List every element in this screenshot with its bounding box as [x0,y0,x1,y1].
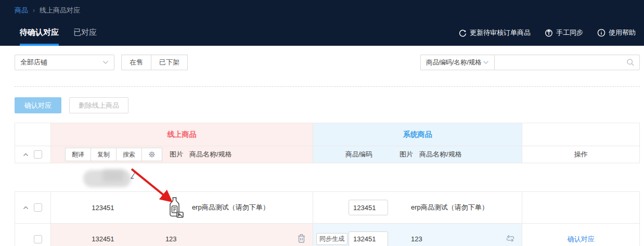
topbar-actions: 更新待审核订单商品 手工同步 使用帮助 [459,28,644,46]
table-body: 123451 erp商品测试（请勿下单） [15,191,640,246]
delete-online-product-button[interactable]: 删除线上商品 [69,97,128,113]
topbar: 商品 › 线上商品对应 待确认对应 已对应 更新待审核订单商品 [0,0,644,46]
column-image-label: 图片 [170,150,183,159]
table-row: 132451 123 [15,223,639,246]
search-filter-group: 商品编码/名称/规格 [420,55,640,70]
confirm-match-button[interactable]: 确认对应 [15,97,61,113]
table-row: 123451 erp商品测试（请勿下单） [15,192,639,223]
copy-button[interactable]: 复制 [91,148,117,161]
refresh-icon [459,29,467,37]
system-group-title: 系统商品 [313,130,522,139]
op-column-header: 操作 [522,146,639,163]
collapse-caret-icon[interactable] [23,206,29,210]
online-product-cell: 132451 123 [51,224,313,246]
gear-button[interactable] [141,148,162,161]
search-button[interactable]: 搜索 [116,148,142,161]
operation-cell [522,192,639,223]
online-product-name: erp商品测试（请勿下单） [192,203,269,212]
row-checkbox[interactable] [34,203,42,212]
tab-matched[interactable]: 已对应 [73,28,97,46]
tab-bar: 待确认对应 已对应 更新待审核订单商品 手工同步 [15,16,644,46]
breadcrumb: 商品 › 线上商品对应 [15,5,644,16]
sync-generated-tag[interactable]: 同步生成 [316,233,347,245]
shop-select[interactable]: 全部店铺 [15,55,114,70]
select-all-cell [15,146,51,163]
select-all-checkbox[interactable] [34,150,42,159]
swap-match-button[interactable] [505,234,516,244]
collapse-caret-icon[interactable] [23,153,29,157]
column-name-label: 商品名称/规格 [189,150,232,159]
manual-sync-button[interactable]: 手工同步 [545,28,583,37]
bottle-image-placeholder[interactable] [165,197,184,218]
system-columns-header: 商品编码 图片 商品名称/规格 [313,146,522,163]
bulk-action-row: 确认对应 删除线上商品 [15,97,644,113]
action-label: 更新待审核订单商品 [470,28,531,37]
column-code-label: 商品编码 [339,150,379,159]
action-label: 手工同步 [556,28,583,37]
dashed-divider [15,86,640,87]
search-box [494,55,640,70]
shop-group-row [15,163,640,191]
table-header: 线上商品 系统商品 翻译 复制 [15,123,640,163]
online-product-code: 132451 [51,235,155,243]
page: 商品 › 线上商品对应 待确认对应 已对应 更新待审核订单商品 [0,0,644,246]
column-name-label: 商品名称/规格 [419,150,462,159]
system-product-cell: erp商品测试（请勿下单） [313,192,522,223]
action-label: 使用帮助 [609,28,636,37]
column-op-label: 操作 [522,150,639,159]
breadcrumb-current: 线上商品对应 [40,6,80,15]
operation-cell: 确认对应 [522,224,639,246]
help-button[interactable]: 使用帮助 [597,28,636,37]
status-button-group: 在售 已下架 [121,55,188,70]
filter-row: 全部店铺 在售 已下架 商品编码/名称/规格 [15,55,640,70]
redacted-shop-name [103,170,124,182]
gear-icon [148,151,156,158]
online-product-name: 123 [165,235,177,243]
search-field-select-value: 商品编码/名称/规格 [426,58,482,67]
header-spacer-cell [15,123,51,146]
upload-sync-icon [545,29,553,37]
breadcrumb-separator-icon: › [33,7,35,14]
tab-pending-match[interactable]: 待确认对应 [20,28,59,46]
chevron-down-icon [483,60,489,64]
off-shelf-button[interactable]: 已下架 [151,55,188,70]
search-input[interactable] [494,55,640,70]
shop-select-value: 全部店铺 [20,58,47,67]
chevron-down-icon [102,60,109,64]
row-select-cell [15,224,51,246]
online-columns-header: 翻译 复制 搜索 图片 商品名称/规格 [51,146,313,163]
online-product-code: 123451 [51,204,155,212]
swap-arrows-icon [505,234,516,242]
online-toolbar: 翻译 复制 搜索 [65,148,162,161]
search-icon[interactable] [626,58,635,67]
online-product-group-header: 线上商品 [51,123,313,146]
row-select-cell [15,192,51,223]
breadcrumb-link-products[interactable]: 商品 [15,6,28,15]
system-code-input[interactable] [349,200,388,215]
search-field-select[interactable]: 商品编码/名称/规格 [420,55,494,70]
online-group-title: 线上商品 [51,130,313,139]
column-image-label: 图片 [400,150,413,159]
system-product-group-header: 系统商品 [313,123,522,146]
on-sale-button[interactable]: 在售 [121,55,151,70]
translate-button[interactable]: 翻译 [65,148,91,161]
system-product-name: 123 [411,235,422,243]
delete-row-button[interactable] [297,234,306,244]
update-pending-order-products-button[interactable]: 更新待审核订单商品 [459,28,531,37]
system-product-cell: 同步生成 123 [313,224,522,246]
system-code-input[interactable] [349,231,388,246]
product-match-table: 线上商品 系统商品 翻译 复制 [15,123,640,246]
online-product-cell: 123451 erp商品测试（请勿下单） [51,192,313,223]
trash-icon [297,234,306,243]
header-spacer-cell [522,123,639,146]
row-checkbox[interactable] [34,235,42,243]
shop-name-fragment [130,172,136,179]
system-product-name: erp商品测试（请勿下单） [411,203,488,212]
info-icon [597,29,606,37]
confirm-match-link[interactable]: 确认对应 [568,235,595,244]
